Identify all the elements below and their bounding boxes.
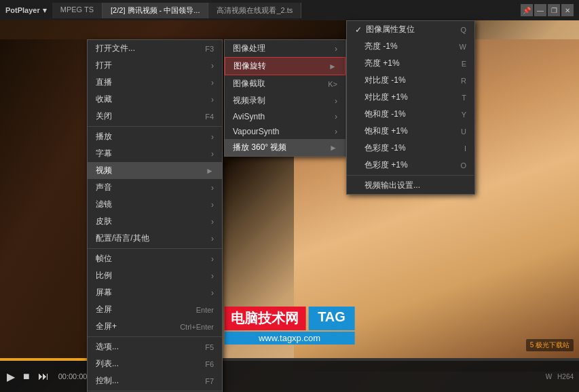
pin-button[interactable]: 📌 [521,4,533,16]
status-right: W H264 [546,373,574,380]
menu-open-file[interactable]: 打开文件... F3 [88,40,222,57]
bottom-right-logo: 5 极光下载站 [526,339,574,351]
menu-fullscreen-plus[interactable]: 全屏+ Ctrl+Enter [88,318,222,335]
watermark-url: www.tagxp.com [224,332,355,345]
stop-button[interactable]: ■ [22,369,31,384]
watermark-title-row: 电脑技术网 TAG [224,307,355,330]
tab-video1[interactable]: [2/2] 腾讯视频 - 中国领导... [102,3,208,18]
menu-avisynth[interactable]: AviSynth › [225,109,345,124]
menu-contrast-plus[interactable]: 对比度 +1% T [347,89,474,106]
maximize-button[interactable]: ❐ [548,4,560,16]
app-dropdown-arrow[interactable]: ▾ [43,6,47,15]
menu-360-video[interactable]: 播放 360° 视频 ► [225,139,345,156]
menu-video-output-settings[interactable]: 视频输出设置... [347,177,474,194]
menu-close[interactable]: 关闭 F4 [88,108,222,125]
menu-brightness-plus[interactable]: 亮度 +1% E [347,55,474,72]
minimize-button[interactable]: — [534,4,546,16]
menu-fullscreen[interactable]: 全屏 Enter [88,301,222,318]
separator-3 [88,336,222,337]
app-logo[interactable]: PotPlayer ▾ [5,6,47,15]
watermark-title-part1: 电脑技术网 [224,307,305,330]
context-menu-image: ✓ 图像属性复位 Q 亮度 -1% W 亮度 +1% E 对比度 -1% R 对… [346,20,475,195]
titlebar: PotPlayer ▾ MPEG TS [2/2] 腾讯视频 - 中国领导...… [0,0,579,20]
separator-img [347,175,474,176]
context-menu-video: 图像处理 › 图像旋转 ► 图像截取 K> 视频录制 › AviSynth › … [224,39,346,157]
menu-hue-minus[interactable]: 色彩度 -1% I [347,140,474,157]
menu-image-process[interactable]: 图像处理 › [225,40,345,57]
menu-image-rotate[interactable]: 图像旋转 ► [225,57,345,75]
separator-4 [88,391,222,391]
menu-ratio[interactable]: 比例 › [88,267,222,284]
menu-saturation-plus[interactable]: 饱和度 +1% U [347,123,474,140]
menu-hue-plus[interactable]: 色彩度 +1% O [347,157,474,174]
menu-frame[interactable]: 帧位 › [88,250,222,267]
close-button[interactable]: ✕ [561,4,574,16]
tab-list: MPEG TS [2/2] 腾讯视频 - 中国领导... 高清视频在线观看_2.… [52,3,521,18]
menu-subtitle[interactable]: 字幕 › [88,145,222,162]
tab-mpeg[interactable]: MPEG TS [52,3,102,18]
menu-reset-image[interactable]: ✓ 图像属性复位 Q [347,21,474,38]
menu-audio[interactable]: 声音 › [88,179,222,196]
menu-live[interactable]: 直播 › [88,74,222,91]
codec-label: W [546,373,552,380]
menu-brightness-minus[interactable]: 亮度 -1% W [347,38,474,55]
menu-options[interactable]: 选项... F5 [88,338,222,355]
window-controls: 📌 — ❐ ✕ [521,4,574,16]
separator-1 [88,126,222,127]
menu-control[interactable]: 控制... F7 [88,372,222,389]
menu-vapoursynth[interactable]: VapourSynth › [225,124,345,139]
tab-video2[interactable]: 高清视频在线观看_2.ts [208,3,301,18]
menu-screen[interactable]: 屏幕 › [88,284,222,301]
menu-video-record[interactable]: 视频录制 › [225,92,345,109]
menu-image-capture[interactable]: 图像截取 K> [225,75,345,92]
menu-contrast-minus[interactable]: 对比度 -1% R [347,72,474,89]
context-menu-main: 打开文件... F3 打开 › 直播 › 收藏 › 关闭 F4 播放 › 字幕 … [87,39,223,392]
bottom-logo-text: 5 极光下载站 [526,339,574,351]
menu-saturation-minus[interactable]: 饱和度 -1% Y [347,106,474,123]
app-name: PotPlayer [5,6,40,14]
menu-favorites[interactable]: 收藏 › [88,91,222,108]
menu-open[interactable]: 打开 › [88,57,222,74]
menu-play[interactable]: 播放 › [88,128,222,145]
play-button[interactable]: ▶ [5,369,16,385]
menu-config[interactable]: 配置/语言/其他 › [88,230,222,247]
watermark-title-part2: TAG [308,307,355,330]
menu-video[interactable]: 视频 ► [88,162,222,179]
menu-list[interactable]: 列表... F6 [88,355,222,372]
codec-info: H264 [557,373,574,380]
watermark: 电脑技术网 TAG www.tagxp.com [224,307,355,345]
next-button[interactable]: ⏭ [37,369,50,384]
separator-2 [88,248,222,249]
menu-skin[interactable]: 皮肤 › [88,213,222,230]
menu-filter[interactable]: 滤镜 › [88,196,222,213]
